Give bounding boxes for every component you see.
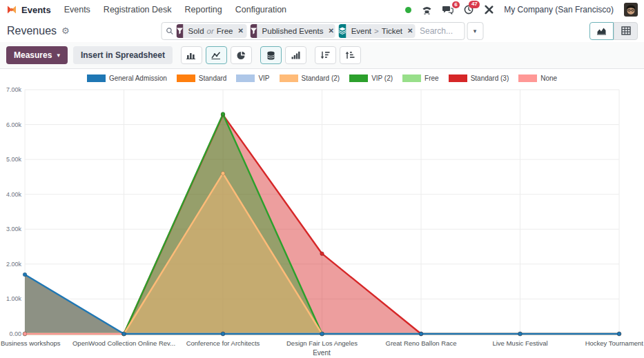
svg-text:2.00k: 2.00k — [6, 261, 22, 268]
tools-icon[interactable] — [484, 5, 494, 14]
svg-text:Conference for Architects: Conference for Architects — [186, 339, 260, 347]
sort-descending-button[interactable] — [315, 46, 336, 64]
top-navbar: Events Events Registration Desk Reportin… — [0, 0, 644, 19]
svg-text:4.00k: 4.00k — [6, 191, 22, 198]
area-chart-icon — [596, 26, 607, 35]
legend-label: VIP — [258, 74, 269, 82]
caret-down-icon: ▾ — [57, 52, 60, 59]
legend-swatch — [349, 74, 368, 82]
legend-item[interactable]: Free — [402, 74, 439, 82]
legend-item[interactable]: Standard — [177, 74, 227, 82]
search-icon — [166, 27, 173, 35]
bar-chart-mode-button[interactable] — [181, 46, 202, 64]
measures-button[interactable]: Measures▾ — [6, 46, 68, 64]
legend-item[interactable]: Standard (2) — [280, 74, 340, 82]
legend-item[interactable]: None — [518, 74, 557, 82]
cumulative-toggle-button[interactable] — [285, 46, 306, 64]
svg-text:Event: Event — [313, 349, 331, 357]
facet-sold-or-free[interactable]: Sold or Free ✕ — [177, 24, 247, 38]
legend-swatch — [87, 74, 106, 82]
legend-label: Standard — [199, 74, 227, 82]
svg-text:0.00: 0.00 — [9, 330, 21, 337]
facet-published-events[interactable]: Published Events ✕ — [251, 24, 335, 38]
svg-text:Design Fair Los Angeles: Design Fair Los Angeles — [286, 339, 358, 347]
facet-remove-icon[interactable]: ✕ — [407, 27, 413, 34]
search-area: Sold or Free ✕ Published Events ✕ — [161, 22, 483, 40]
legend-item[interactable]: General Admission — [87, 74, 167, 82]
company-name[interactable]: My Company (San Francisco) — [504, 5, 614, 14]
search-options-toggle[interactable]: ▾ — [467, 22, 483, 40]
facet-remove-icon[interactable]: ✕ — [328, 27, 333, 34]
facet-remove-icon[interactable]: ✕ — [237, 27, 243, 34]
pie-chart-mode-button[interactable] — [231, 46, 252, 64]
activities-clock-icon[interactable]: 47 — [464, 5, 474, 14]
legend-item[interactable]: VIP — [236, 74, 269, 82]
svg-text:OpenWood Collection Online Rev: OpenWood Collection Online Rev... — [72, 339, 175, 347]
legend-swatch — [518, 74, 537, 82]
filter-icon — [177, 24, 184, 38]
legend-item[interactable]: VIP (2) — [349, 74, 393, 82]
filter-icon — [251, 24, 257, 38]
facet-separator: > — [374, 27, 379, 35]
actions-gear-icon[interactable]: ⚙ — [61, 26, 70, 36]
pie-chart-icon — [237, 51, 246, 60]
svg-text:7.00k: 7.00k — [6, 86, 22, 93]
sort-amount-desc-icon — [320, 51, 330, 59]
app-brand[interactable]: Events — [6, 4, 51, 15]
stacked-toggle-button[interactable] — [260, 46, 282, 64]
activities-count-badge: 47 — [469, 1, 480, 8]
sort-amount-asc-icon — [345, 51, 355, 59]
legend-label: Standard (2) — [302, 74, 340, 82]
svg-text:Hockey Tournament: Hockey Tournament — [585, 339, 644, 347]
svg-text:Live Music Festival: Live Music Festival — [492, 339, 547, 347]
svg-text:Business workshops: Business workshops — [1, 339, 61, 347]
user-avatar[interactable] — [624, 3, 638, 17]
legend-item[interactable]: Standard (3) — [449, 74, 509, 82]
messages-icon[interactable]: 6 — [442, 6, 453, 14]
database-stack-icon — [266, 51, 275, 60]
svg-text:Great Reno Ballon Race: Great Reno Ballon Race — [386, 339, 457, 347]
graph-view-button[interactable] — [589, 22, 614, 40]
facet-label: Sold — [188, 27, 204, 35]
legend-label: None — [540, 74, 557, 82]
svg-text:5.00k: 5.00k — [6, 156, 22, 163]
menu-registration-desk[interactable]: Registration Desk — [104, 5, 172, 14]
facet-or: or — [207, 27, 214, 35]
legend-swatch — [236, 74, 255, 82]
page-title: Revenues — [7, 25, 57, 37]
app-name: Events — [21, 5, 51, 15]
facet-value: Ticket — [382, 27, 402, 35]
facet-group-by-event-ticket[interactable]: Event > Ticket ✕ — [339, 24, 415, 38]
bar-chart-icon — [186, 51, 196, 59]
graph-toolbar: Measures▾ Insert in Spreadsheet — [0, 42, 644, 69]
legend-swatch — [402, 74, 421, 82]
search-bar[interactable]: Sold or Free ✕ Published Events ✕ — [161, 22, 465, 40]
messages-count-badge: 6 — [452, 1, 460, 9]
legend-swatch — [177, 74, 195, 82]
chart-legend: General AdmissionStandardVIPStandard (2)… — [0, 69, 644, 86]
view-switcher — [589, 22, 638, 40]
sort-ascending-button[interactable] — [340, 46, 361, 64]
line-chart-icon — [211, 51, 221, 59]
menu-reporting[interactable]: Reporting — [185, 5, 222, 14]
group-by-layers-icon — [339, 24, 347, 38]
control-panel: Revenues ⚙ Sold or Free ✕ — [0, 19, 644, 42]
legend-swatch — [449, 74, 467, 82]
line-chart-mode-button[interactable] — [206, 46, 227, 64]
legend-label: Standard (3) — [471, 74, 509, 82]
menu-events[interactable]: Events — [64, 5, 90, 14]
revenue-chart: 0.001.00k2.00k3.00k4.00k5.00k6.00k7.00kB… — [0, 86, 644, 358]
svg-text:3.00k: 3.00k — [6, 226, 22, 232]
legend-swatch — [280, 74, 298, 82]
online-status-dot — [405, 7, 411, 13]
menu-configuration[interactable]: Configuration — [235, 5, 286, 14]
pivot-view-button[interactable] — [614, 22, 638, 40]
ascending-bars-icon — [291, 51, 300, 59]
pivot-table-icon — [621, 26, 631, 35]
legend-label: Free — [425, 74, 439, 82]
facet-field: Event — [351, 27, 371, 35]
insert-in-spreadsheet-button[interactable]: Insert in Spreadsheet — [73, 46, 173, 64]
legend-label: General Admission — [109, 74, 167, 82]
voip-phone-icon[interactable] — [422, 6, 432, 14]
search-input[interactable] — [418, 26, 460, 37]
